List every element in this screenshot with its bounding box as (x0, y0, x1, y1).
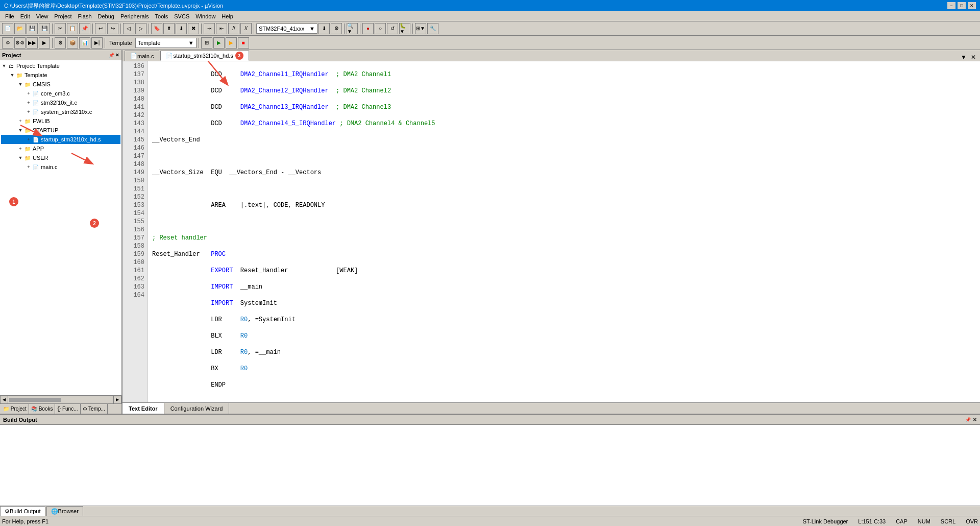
text-editor-tab[interactable]: Text Editor (122, 403, 164, 414)
rebuild-btn[interactable]: ⚙⚙ (14, 37, 26, 49)
new-file-button[interactable]: 📄 (2, 23, 13, 34)
next-bookmark-button[interactable]: ⬇ (176, 23, 187, 34)
hscroll-track[interactable] (9, 398, 112, 402)
menu-debug[interactable]: Debug (95, 11, 117, 21)
code-line-141 (152, 152, 976, 160)
tree-startup-folder[interactable]: ▼ 📁 STARTUP (1, 126, 120, 135)
tab-list-button[interactable]: ▼ (959, 54, 969, 61)
debug-button[interactable]: 🐛▼ (399, 23, 410, 34)
tree-template-group[interactable]: ▼ 📁 Template (1, 70, 120, 80)
start-sim-btn[interactable]: ▶ (226, 37, 237, 49)
next-location-button[interactable]: ▷ (135, 23, 146, 34)
load-button[interactable]: ⬇ (318, 23, 330, 34)
zoom-dropdown-button[interactable]: 🔍▼ (347, 23, 358, 34)
build-btn[interactable]: ⚙ (2, 37, 13, 49)
tree-app-folder[interactable]: + 📁 APP (1, 144, 120, 153)
copy-button[interactable]: 📋 (67, 23, 78, 34)
tree-label: Template (24, 72, 47, 78)
reset-button[interactable]: ↺ (387, 23, 398, 34)
tree-fwlib-folder[interactable]: + 📁 FWLIB (1, 116, 120, 126)
menu-view[interactable]: View (33, 11, 52, 21)
tab-build-output[interactable]: ⚙ Build Output (0, 506, 45, 516)
menu-svcs[interactable]: SVCS (171, 11, 192, 21)
tree-startup-file[interactable]: + 📄 startup_stm32f10x_hd.s (1, 135, 120, 144)
tab-project[interactable]: 📁 Project (1, 404, 29, 414)
stop-debug-btn[interactable]: ■ (238, 37, 249, 49)
comment-button[interactable]: // (228, 23, 239, 34)
menu-project[interactable]: Project (51, 11, 75, 21)
tab-startup-s[interactable]: 📄 startup_stm32f10x_hd.s 3 (160, 51, 249, 61)
paste-button[interactable]: 📌 (79, 23, 90, 34)
save-all-button[interactable]: 💾 (39, 23, 50, 34)
tree-cmsis-folder[interactable]: ▼ 📁 CMSIS (1, 80, 120, 89)
uncomment-button[interactable]: // (240, 23, 252, 34)
unindent-button[interactable]: ⇤ (216, 23, 227, 34)
prev-bookmark-button[interactable]: ⬆ (163, 23, 175, 34)
translate-btn[interactable]: ▶ (39, 37, 50, 49)
menu-tools[interactable]: Tools (152, 11, 172, 21)
tree-stm32f10x-it[interactable]: + 📄 stm32f10x_it.c (1, 98, 120, 107)
menu-edit[interactable]: Edit (17, 11, 33, 21)
open-file-button[interactable]: 📂 (14, 23, 26, 34)
tab-close-button[interactable]: ✕ (969, 54, 978, 61)
project-close-button[interactable]: ✕ (115, 53, 119, 58)
menu-window[interactable]: Window (192, 11, 218, 21)
clear-bookmarks-button[interactable]: ✖ (188, 23, 199, 34)
maximize-button[interactable]: □ (958, 2, 966, 9)
menu-help[interactable]: Help (218, 11, 236, 21)
tab-main-c[interactable]: 📄 main.c (125, 51, 159, 61)
menu-peripherals[interactable]: Peripherals (117, 11, 152, 21)
tree-project-root[interactable]: ▼ 🗂 Project: Template (1, 61, 120, 70)
tab-browser[interactable]: 🌐 Browser (46, 506, 83, 516)
indent-button[interactable]: ⇥ (204, 23, 215, 34)
tab-templates[interactable]: ⚙ Temp... (81, 404, 108, 414)
project-pin-button[interactable]: 📌 (109, 53, 114, 58)
save-button[interactable]: 💾 (27, 23, 38, 34)
cut-button[interactable]: ✂ (55, 23, 66, 34)
config-wizard-tab[interactable]: Configuration Wizard (164, 403, 230, 414)
template-dropdown[interactable]: Template ▼ (135, 38, 197, 48)
bookmark-button[interactable]: 🔖 (151, 23, 162, 34)
config-wizard-btn[interactable]: ⚙ (55, 37, 66, 49)
tree-user-folder[interactable]: ▼ 📁 USER (1, 153, 120, 162)
select-target-btn[interactable]: ⊞ (201, 37, 212, 49)
menu-flash[interactable]: Flash (75, 11, 95, 21)
toolbar2-sep-3 (199, 38, 199, 48)
settings-button[interactable]: 🔧 (427, 23, 438, 34)
target-dropdown[interactable]: STM32F40_41xxx ▼ (256, 23, 317, 34)
prev-location-button[interactable]: ◁ (123, 23, 134, 34)
build-output-close[interactable]: ✕ (973, 417, 977, 422)
menu-file[interactable]: File (2, 11, 17, 21)
tree-system-stm32[interactable]: + 📄 system_stm32f10x.c (1, 107, 120, 116)
batch-build-btn[interactable]: ▶▶ (27, 37, 38, 49)
code-content[interactable]: DCD DMA2_Channel1_IRQHandler ; DMA2 Chan… (148, 61, 980, 402)
tree-hscroll[interactable]: ◀ ▶ (0, 395, 121, 403)
options-button[interactable]: ⚙ (331, 23, 342, 34)
tab-file-icon: 📄 (130, 53, 137, 59)
minimize-button[interactable]: − (947, 2, 955, 9)
run-button[interactable]: ● (362, 23, 374, 34)
pack-installer-btn[interactable]: 📦 (67, 37, 78, 49)
tab-functions[interactable]: {} Func... (55, 404, 80, 414)
window-layout-button[interactable]: ⊞▼ (415, 23, 426, 34)
build-output-pin[interactable]: 📌 (965, 417, 971, 422)
start-debug-btn[interactable]: ▶ (213, 37, 225, 49)
tree-core-cm3[interactable]: + 📄 core_cm3.c (1, 89, 120, 98)
scroll-right-btn[interactable]: ▶ (113, 396, 121, 404)
c-file-icon: 📄 (32, 89, 40, 98)
code-line-146: ; Reset handler (152, 234, 976, 242)
code-editor: 136 137 138 139 140 141 142 143 144 145 … (122, 61, 980, 402)
tree-main-c[interactable]: + 📄 main.c (1, 162, 120, 172)
redo-button[interactable]: ↪ (107, 23, 118, 34)
undo-button[interactable]: ↩ (95, 23, 106, 34)
code-line-152: BLX R0 (152, 332, 976, 340)
hscroll-thumb[interactable] (9, 398, 61, 402)
stop-button[interactable]: ○ (375, 23, 386, 34)
help-text: For Help, press F1 (2, 518, 48, 524)
evt-recorder-btn[interactable]: 📊 (79, 37, 90, 49)
scroll-left-btn[interactable]: ◀ (0, 396, 8, 404)
close-button[interactable]: ✕ (968, 2, 976, 9)
run-to-main-btn[interactable]: ▶| (91, 37, 103, 49)
tab-books[interactable]: 📚 Books (29, 404, 56, 414)
c-file-icon: 📄 (32, 99, 40, 107)
